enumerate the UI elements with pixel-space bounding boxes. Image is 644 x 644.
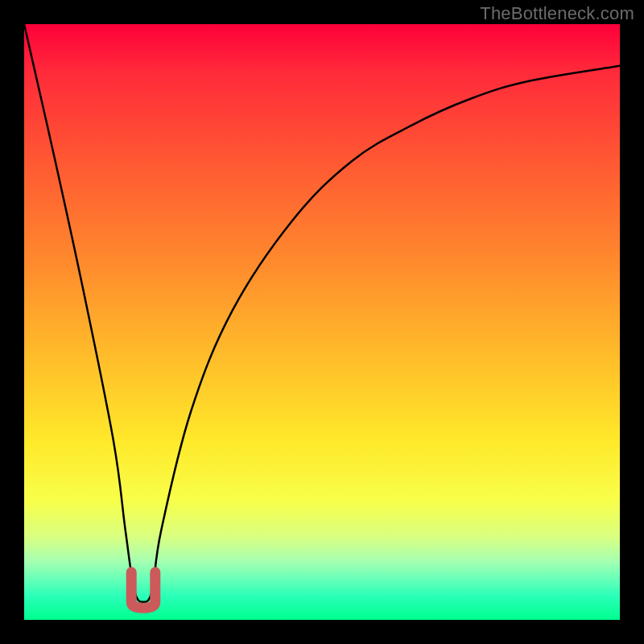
chart-frame: TheBottleneck.com [0, 0, 644, 644]
curve-svg [24, 24, 620, 620]
watermark-text: TheBottleneck.com [480, 3, 634, 24]
bottleneck-curve-path [24, 24, 620, 602]
plot-area [24, 24, 620, 620]
